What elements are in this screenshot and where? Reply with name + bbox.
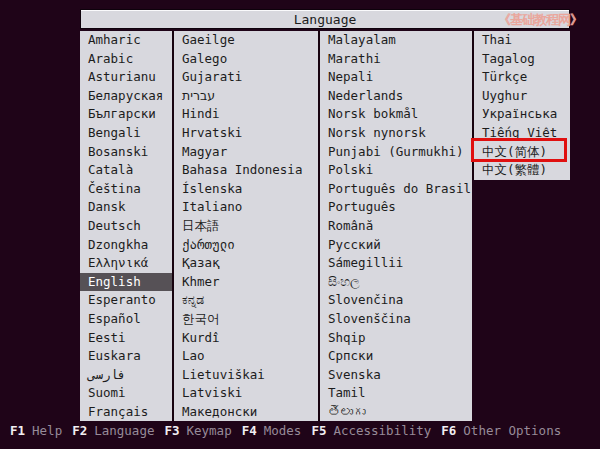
language-item[interactable]: 中文(繁體) [474, 161, 570, 180]
language-item[interactable]: Thai [474, 31, 570, 50]
language-item[interactable]: Suomi [80, 384, 172, 403]
language-item[interactable]: සිංහල [320, 273, 472, 292]
language-item[interactable]: Hrvatski [174, 124, 318, 143]
language-item[interactable]: Kurdî [174, 329, 318, 348]
language-item[interactable]: Türkçe [474, 68, 570, 87]
language-item[interactable]: Khmer [174, 273, 318, 292]
fkey-label: F2 [72, 423, 87, 438]
language-item[interactable]: Dansk [80, 198, 172, 217]
language-item[interactable]: Gujarati [174, 68, 318, 87]
language-item[interactable]: 한국어 [174, 310, 318, 329]
language-item[interactable]: Lietuviškai [174, 366, 318, 385]
fkey-label: F1 [10, 423, 25, 438]
language-item[interactable]: Norsk bokmål [320, 105, 472, 124]
language-item[interactable]: Ελληνικά [80, 254, 172, 273]
language-item[interactable]: Français [80, 403, 172, 422]
language-item[interactable]: Lao [174, 347, 318, 366]
language-item[interactable]: Malayalam [320, 31, 472, 50]
language-item[interactable]: Íslenska [174, 180, 318, 199]
language-item[interactable]: Asturianu [80, 68, 172, 87]
language-item[interactable]: Slovenčina [320, 291, 472, 310]
function-key-bar: F1Help F2Language F3Keymap F4Modes F5Acc… [10, 423, 561, 441]
language-item[interactable]: Magyar [174, 143, 318, 162]
language-item[interactable]: Eesti [80, 329, 172, 348]
language-item[interactable]: Sámegillii [320, 254, 472, 273]
fkey-language[interactable]: F2Language [72, 423, 154, 441]
language-item[interactable]: Македонски [174, 403, 318, 422]
language-column: GaeilgeGalegoGujaratiעבריתHindiHrvatskiM… [172, 31, 318, 421]
fkey-help[interactable]: F1Help [10, 423, 62, 441]
fkey-label: F5 [311, 423, 326, 438]
language-item[interactable]: Dzongkha [80, 236, 172, 255]
language-item[interactable]: 日本語 [174, 217, 318, 236]
language-item[interactable]: Shqip [320, 329, 472, 348]
dialog-titlebar: Language [80, 9, 570, 29]
watermark-text: 《基础教程网》 [498, 11, 582, 29]
language-item[interactable]: Polski [320, 161, 472, 180]
language-item[interactable]: Română [320, 217, 472, 236]
language-item[interactable]: Punjabi (Gurmukhi) [320, 143, 472, 162]
language-item[interactable]: Bosanski [80, 143, 172, 162]
language-item[interactable]: עברית [174, 87, 318, 106]
language-item[interactable]: తెలుగు [320, 403, 472, 422]
language-item[interactable]: Српски [320, 347, 472, 366]
red-annotation-box [471, 138, 567, 162]
language-item[interactable]: Hindi [174, 105, 318, 124]
language-item[interactable]: Қазақ [174, 254, 318, 273]
language-item[interactable]: Русский [320, 236, 472, 255]
language-item[interactable]: Беларуская [80, 87, 172, 106]
language-item[interactable]: Deutsch [80, 217, 172, 236]
language-item[interactable]: Čeština [80, 180, 172, 199]
language-item[interactable]: Latviski [174, 384, 318, 403]
language-item[interactable]: Português [320, 198, 472, 217]
dialog-title: Language [294, 12, 357, 27]
language-item[interactable]: فارسی [80, 366, 172, 385]
language-item[interactable]: Norsk nynorsk [320, 124, 472, 143]
language-item[interactable]: Українська [474, 105, 570, 124]
language-item[interactable]: Svenska [320, 366, 472, 385]
language-item[interactable]: Euskara [80, 347, 172, 366]
language-item[interactable]: Español [80, 310, 172, 329]
language-item[interactable]: ಕನ್ನಡ [174, 291, 318, 310]
fkey-other-options[interactable]: F6Other Options [441, 423, 561, 441]
language-column: AmharicArabicAsturianuБеларускаяБългарск… [80, 31, 172, 421]
language-item[interactable]: Amharic [80, 31, 172, 50]
fkey-accessibility[interactable]: F5Accessibility [311, 423, 431, 441]
language-list: AmharicArabicAsturianuБеларускаяБългарск… [80, 31, 570, 421]
fkey-label: F4 [242, 423, 257, 438]
language-item[interactable]: Slovenščina [320, 310, 472, 329]
language-item[interactable]: Bengali [80, 124, 172, 143]
fkey-keymap[interactable]: F3Keymap [164, 423, 231, 441]
language-item[interactable]: Български [80, 105, 172, 124]
language-item[interactable]: Galego [174, 50, 318, 69]
language-item[interactable]: Marathi [320, 50, 472, 69]
language-item[interactable]: Català [80, 161, 172, 180]
language-item[interactable]: Esperanto [80, 291, 172, 310]
language-item[interactable]: ქართული [174, 236, 318, 255]
fkey-label: F6 [441, 423, 456, 438]
fkey-modes[interactable]: F4Modes [242, 423, 302, 441]
language-item[interactable]: Uyghur [474, 87, 570, 106]
language-item[interactable]: English [80, 273, 172, 292]
language-column: MalayalamMarathiNepaliNederlandsNorsk bo… [318, 31, 472, 421]
language-item[interactable]: Tagalog [474, 50, 570, 69]
language-item[interactable]: Italiano [174, 198, 318, 217]
language-item[interactable]: Arabic [80, 50, 172, 69]
language-item[interactable]: Nederlands [320, 87, 472, 106]
language-item[interactable]: Bahasa Indonesia [174, 161, 318, 180]
fkey-label: F3 [164, 423, 179, 438]
language-item[interactable]: Gaeilge [174, 31, 318, 50]
language-item[interactable]: Nepali [320, 68, 472, 87]
language-item[interactable]: Português do Brasil [320, 180, 472, 199]
language-item[interactable]: Tamil [320, 384, 472, 403]
